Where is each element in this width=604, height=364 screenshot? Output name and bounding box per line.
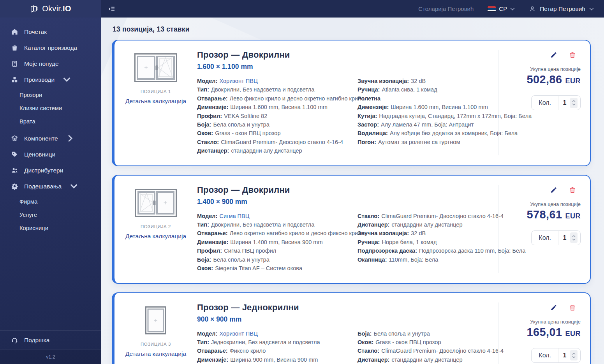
sidebar-collapse-button[interactable] [106,4,117,14]
spec-label: Ролетна [357,95,380,102]
sidebar-item-components[interactable]: Компоненте [0,130,101,146]
delete-position-button[interactable] [569,51,576,58]
spec-row: Погон:Аутомат за ролетне са гуртном [357,138,493,146]
spec-label: Димензије: [197,357,228,363]
spec-row: Дистанцер:стандардни алу дистанцер [197,146,350,155]
spec-label: Модел: [197,213,217,219]
sidebar-subitem-company[interactable]: Фирма [0,195,101,208]
packages-icon [11,76,18,83]
quantity-control: Кол. 1 [531,230,581,245]
spec-row: Тип:Двокрилни, Без надсветла и подсветла [197,85,350,94]
spec-label: Ручица: [357,239,380,245]
spec-value-link[interactable]: Хоризонт ПВЦ [219,78,257,84]
spec-column-2: Боја:Бела споља и унутраОков:Grass - око… [357,329,498,364]
quantity-stepper[interactable] [570,350,578,360]
company-name: Столарија Петровић [418,5,474,12]
spec-row: Модел:Хоризонт ПВЦ [197,329,350,338]
spec-label: Профил: [197,248,222,254]
sidebar-item-label: Подешавања [24,183,62,190]
sidebar-subitem-windows[interactable]: Прозори [0,88,101,102]
spec-value: Ширина 1.400 mm, Висина 900 mm [230,239,322,245]
trash-icon [569,51,576,58]
spec-row: Оков:Grass - оков ПВЦ прозор [197,129,350,137]
spec-row: Звучна изолација:32 dB [357,77,493,85]
detailed-calculation-link[interactable]: Детаљна калкулација [125,350,186,357]
spec-row: Ручица:Atlanta сива, 1 комад [357,85,493,94]
spec-value-link[interactable]: Сигма ПВЦ [219,213,249,219]
card-title: Прозор — Једнокрилни [197,302,498,313]
sidebar-item-settings[interactable]: Подешавања [0,178,101,194]
language-selector[interactable]: СР [488,5,515,12]
detailed-calculation-link[interactable]: Детаљна калкулација [125,233,186,240]
spec-label: Окапница: [357,257,387,263]
spec-value: Двокрилни, Без надсветла и подсветла [211,86,314,93]
position-card-3: ПОЗИЦИЈА 3 Детаљна калкулација Прозор — … [112,292,591,364]
spec-value-link[interactable]: Хоризонт ПВЦ [219,331,257,337]
position-label: ПОЗИЦИЈА 2 [141,224,171,229]
sidebar-subitem-services[interactable]: Услуге [0,208,101,222]
card-title: Прозор — Двокрилни [197,185,498,195]
detailed-calculation-link[interactable]: Детаљна калкулација [125,98,186,105]
price-label: Укупна цена позиције [530,201,581,207]
sidebar-item-pricelists[interactable]: Ценовници [0,146,101,162]
spec-label: Застор: [357,121,379,128]
sidebar-subitem-doors[interactable]: Врата [0,115,101,128]
position-price: 502,86 EUR [527,73,581,86]
edit-position-button[interactable] [550,51,557,58]
chevron-down-icon [510,7,515,11]
user-menu[interactable]: Петар Петровић [529,5,594,12]
sidebar-subitem-sliding-systems[interactable]: Клизни системи [0,102,101,115]
spec-label: Димензије: [197,104,228,110]
app-title: Okvir.IO [42,4,71,13]
tag-icon [11,151,18,158]
spec-row: Застор:Алу ламела 47 mm, Боја: Антрацит [357,120,493,129]
spec-row: Димензије:Ширина 1.600 mm, Висина 1.100 … [357,103,493,111]
spec-row: Боја:Бела споља и унутра [197,120,350,129]
quantity-label: Кол. [532,352,558,359]
trash-icon [569,304,576,311]
delete-position-button[interactable] [569,304,576,311]
quantity-input[interactable]: 1 [559,234,570,241]
quantity-control: Кол. 1 [531,348,581,363]
sidebar-item-label: Моје понуде [24,60,59,67]
sidebar-item-catalog[interactable]: Каталог производа [0,40,101,56]
sidebar-item-offers[interactable]: Моје понуде [0,56,101,72]
quantity-stepper[interactable] [570,232,578,243]
pencil-icon [550,304,557,311]
delete-position-button[interactable] [569,186,576,193]
spec-value: Ширина 1.600 mm, Висина 1.100 mm [391,104,488,110]
sidebar-item-products[interactable]: Производи [0,72,101,88]
spec-row: Модел:Хоризонт ПВЦ [197,77,350,85]
spec-column-1: Модел:Хоризонт ПВЦТип:Двокрилни, Без над… [197,77,357,155]
spec-value: Ширина 900 mm, Висина 900 mm [230,357,318,363]
card-dimensions: 1.600 × 1.100 mm [197,63,498,71]
price-value: 578,61 [527,208,562,221]
edit-position-button[interactable] [550,304,557,311]
chevron-down-icon [589,7,594,11]
topbar: Столарија Петровић СР Петар Петровић [101,0,604,18]
spec-label: Водилица: [357,130,388,136]
sidebar-item-home[interactable]: Почетак [0,24,101,40]
spec-label: Боја: [197,121,211,128]
position-price: 578,61 EUR [527,208,581,221]
quantity-input[interactable]: 1 [559,352,570,359]
spec-value: стандардни алу дистанцер [391,357,462,363]
spec-label: Профил: [197,113,222,119]
spec-label: Тип: [197,339,209,345]
price-currency: EUR [565,77,581,85]
sidebar-subitem-users[interactable]: Корисници [0,222,101,235]
spec-label: Модел: [197,331,217,337]
sidebar-item-support[interactable]: Подршка [0,330,101,350]
quantity-stepper[interactable] [570,98,578,108]
price-value: 502,86 [527,73,562,86]
quantity-input[interactable]: 1 [559,99,570,106]
spec-column-2: Стакло:ClimaGuard Premium- Двослојно ста… [357,212,498,273]
spec-column-1: Модел:Хоризонт ПВЦТип:Једнокрилни, Без н… [197,329,357,364]
sidebar-item-distributors[interactable]: Дистрибутери [0,162,101,178]
spec-value: 32 dB [411,230,426,236]
edit-position-button[interactable] [550,186,557,193]
app-logo: Okvir.IO [0,0,101,18]
sidebar-item-label: Подршка [24,337,49,344]
offer-positions-page: 13 позиција, 13 ставки ПОЗИЦИЈА 1 Д [101,18,604,364]
headset-icon [11,336,18,344]
